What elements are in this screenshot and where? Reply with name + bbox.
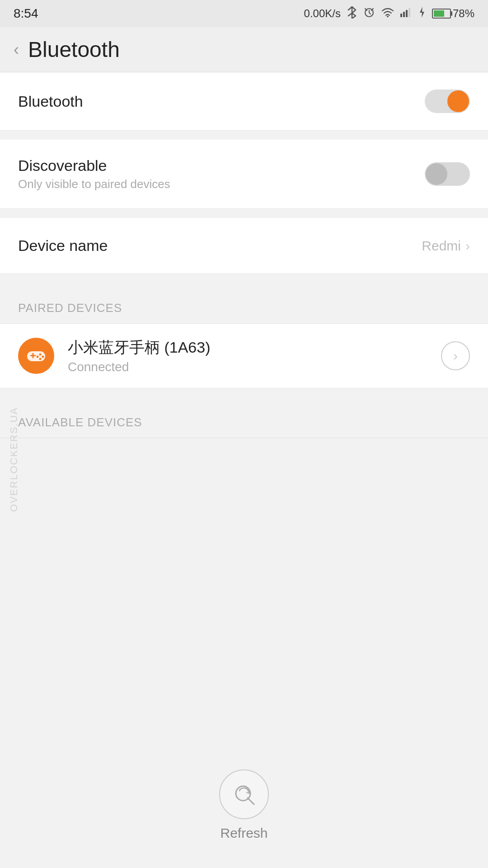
device-name-current: Redmi	[422, 238, 461, 254]
device-info: 小米蓝牙手柄 (1A63) Connected	[68, 337, 427, 374]
device-name-label: Device name	[18, 237, 108, 255]
discoverable-toggle-knob	[426, 163, 447, 185]
paired-devices-label: PAIRED DEVICES	[18, 301, 122, 315]
svg-rect-4	[406, 10, 408, 17]
charging-icon	[418, 6, 426, 21]
svg-rect-2	[400, 14, 402, 17]
discoverable-content: Discoverable Only visible to paired devi…	[18, 157, 170, 191]
divider-3	[0, 274, 488, 283]
device-name-row[interactable]: Device name Redmi ›	[0, 218, 488, 274]
device-info-button[interactable]: ›	[441, 341, 470, 370]
available-devices-header: AVAILABLE DEVICES	[0, 397, 488, 438]
status-bar: 8:54 0.00K/s	[0, 0, 488, 27]
device-name-value-container: Redmi ›	[422, 238, 470, 254]
paired-device-status: Connected	[68, 360, 427, 374]
svg-rect-8	[33, 353, 34, 359]
svg-point-1	[387, 16, 389, 17]
bluetooth-label: Bluetooth	[18, 93, 83, 110]
available-divider	[0, 438, 488, 438]
refresh-icon-circle	[219, 769, 269, 819]
divider-2	[0, 209, 488, 218]
bluetooth-toggle-knob	[447, 90, 469, 112]
available-devices-section: AVAILABLE DEVICES	[0, 397, 488, 438]
svg-point-11	[37, 356, 39, 358]
battery-percent: 78%	[453, 7, 474, 20]
device-info-chevron: ›	[453, 348, 458, 363]
refresh-label: Refresh	[220, 826, 267, 841]
battery-icon: 78%	[432, 7, 474, 20]
paired-devices-header: PAIRED DEVICES	[0, 283, 488, 323]
bluetooth-status-icon	[347, 6, 357, 21]
svg-point-12	[39, 358, 42, 360]
device-icon	[18, 338, 54, 374]
svg-point-9	[39, 354, 42, 356]
paired-device-row[interactable]: 小米蓝牙手柄 (1A63) Connected ›	[0, 324, 488, 388]
discoverable-toggle-row[interactable]: Discoverable Only visible to paired devi…	[0, 140, 488, 209]
device-name-chevron: ›	[465, 238, 470, 254]
svg-point-10	[42, 356, 44, 358]
page-title: Bluetooth	[28, 37, 120, 62]
status-icons: 0.00K/s	[304, 6, 474, 21]
discoverable-subtitle: Only visible to paired devices	[18, 177, 170, 191]
wifi-icon	[381, 7, 394, 20]
bluetooth-toggle[interactable]	[425, 90, 470, 113]
alarm-icon	[363, 6, 375, 21]
refresh-button[interactable]: Refresh	[219, 769, 269, 841]
content: Bluetooth Discoverable Only visible to p…	[0, 72, 488, 438]
header: ‹ Bluetooth	[0, 27, 488, 72]
svg-rect-3	[403, 12, 405, 17]
status-time: 8:54	[14, 6, 38, 21]
bluetooth-toggle-row[interactable]: Bluetooth	[0, 72, 488, 131]
discoverable-toggle[interactable]	[425, 162, 470, 186]
signal-icon	[400, 7, 412, 20]
back-button[interactable]: ‹	[14, 40, 19, 59]
svg-rect-5	[408, 8, 410, 17]
paired-device-name: 小米蓝牙手柄 (1A63)	[68, 337, 427, 358]
speed-indicator: 0.00K/s	[304, 7, 341, 20]
available-devices-label: AVAILABLE DEVICES	[18, 415, 142, 429]
divider-1	[0, 131, 488, 140]
discoverable-label: Discoverable	[18, 157, 170, 175]
divider-4	[0, 388, 488, 397]
